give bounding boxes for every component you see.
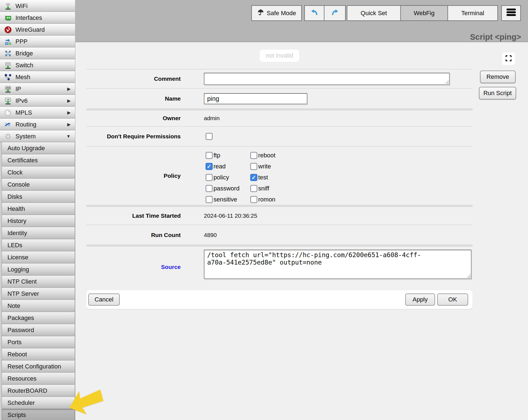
sidebar-item-packages[interactable]: Packages bbox=[2, 312, 75, 324]
redo-icon bbox=[331, 8, 339, 18]
system-gear-icon bbox=[3, 132, 13, 141]
sidebar-item-identity[interactable]: Identity bbox=[2, 227, 75, 239]
ip-icon: 255 bbox=[3, 85, 13, 93]
sidebar-item-certificates[interactable]: Certificates bbox=[2, 154, 75, 166]
quick-set-tab[interactable]: Quick Set bbox=[347, 5, 401, 21]
comment-row: Comment bbox=[86, 69, 473, 88]
policy-write-checkbox[interactable] bbox=[250, 163, 257, 170]
sidebar-item-console[interactable]: Console bbox=[2, 179, 75, 191]
sidebar-item-leds[interactable]: LEDs bbox=[2, 239, 75, 251]
wireguard-icon bbox=[3, 26, 13, 34]
safe-mode-button[interactable]: Safe Mode bbox=[251, 5, 302, 21]
chevron-down-icon bbox=[66, 131, 71, 142]
sidebar-item-scheduler[interactable]: Scheduler bbox=[2, 397, 75, 409]
policy-policy-checkbox[interactable] bbox=[206, 174, 213, 181]
cancel-button[interactable]: Cancel bbox=[88, 294, 120, 306]
sidebar-item-ipv6[interactable]: v6 IPv6 bbox=[0, 95, 75, 107]
policy-label: Policy bbox=[86, 147, 181, 205]
umbrella-icon bbox=[257, 9, 264, 18]
page-title: Script <ping> bbox=[470, 33, 521, 42]
dont-require-permissions-row: Don't Require Permissions bbox=[86, 127, 473, 146]
name-label: Name bbox=[86, 89, 181, 109]
run-count-value: 4890 bbox=[204, 232, 217, 238]
sidebar-item-auto-upgrade[interactable]: Auto Upgrade bbox=[2, 142, 75, 154]
name-row: Name ping bbox=[86, 89, 473, 109]
sidebar-item-clock[interactable]: Clock bbox=[2, 166, 75, 179]
remove-button[interactable]: Remove bbox=[480, 71, 516, 83]
sidebar-item-bridge[interactable]: Bridge bbox=[0, 47, 75, 59]
undo-button[interactable] bbox=[304, 5, 324, 21]
ipv6-icon: v6 bbox=[3, 97, 13, 105]
last-time-started-label: Last Time Started bbox=[86, 207, 181, 225]
sidebar-item-license[interactable]: License bbox=[2, 251, 75, 263]
run-script-button[interactable]: Run Script bbox=[479, 87, 516, 99]
mpls-icon bbox=[3, 109, 13, 117]
wifi-icon bbox=[3, 2, 13, 10]
routing-icon bbox=[3, 120, 13, 129]
dont-require-permissions-checkbox[interactable] bbox=[206, 133, 213, 140]
mesh-icon bbox=[3, 73, 13, 81]
sidebar-item-ppp[interactable]: PPP bbox=[0, 36, 75, 47]
sidebar-item-wireguard[interactable]: WireGuard bbox=[0, 24, 75, 36]
fullscreen-icon bbox=[505, 55, 512, 63]
fullscreen-button[interactable] bbox=[502, 52, 515, 65]
sidebar-item-routing[interactable]: Routing bbox=[0, 119, 75, 130]
chevron-right-icon bbox=[67, 83, 71, 95]
sidebar-item-interfaces[interactable]: Interfaces bbox=[0, 12, 75, 24]
sidebar: WiFi Interfaces WireGuard PPP bbox=[0, 0, 75, 420]
ok-button[interactable]: OK bbox=[437, 294, 468, 306]
sidebar-item-health[interactable]: Health bbox=[2, 203, 75, 215]
policy-romon-checkbox[interactable] bbox=[250, 196, 257, 203]
last-time-started-row: Last Time Started 2024-06-11 20:36:25 bbox=[86, 207, 473, 225]
owner-row: Owner admin bbox=[86, 110, 473, 126]
sidebar-item-system[interactable]: System bbox=[0, 130, 75, 142]
sidebar-item-reboot[interactable]: Reboot bbox=[2, 348, 75, 360]
policy-row: Policy ftp read policy password sensitiv… bbox=[86, 147, 473, 205]
policy-test-checkbox[interactable] bbox=[250, 174, 257, 181]
sidebar-item-routerboard[interactable]: RouterBOARD bbox=[2, 385, 75, 397]
sidebar-item-disks[interactable]: Disks bbox=[2, 191, 75, 203]
sidebar-item-note[interactable]: Note bbox=[2, 300, 75, 312]
svg-text:255: 255 bbox=[6, 86, 10, 89]
sidebar-item-ntp-server[interactable]: NTP Server bbox=[2, 288, 75, 300]
comment-input[interactable] bbox=[204, 73, 450, 85]
redo-button[interactable] bbox=[324, 5, 346, 21]
chevron-right-icon bbox=[67, 119, 71, 130]
sidebar-item-password[interactable]: Password bbox=[2, 324, 75, 336]
hamburger-menu-button[interactable] bbox=[501, 5, 521, 21]
name-input[interactable]: ping bbox=[204, 93, 307, 104]
policy-sniff-checkbox[interactable] bbox=[250, 185, 257, 192]
sidebar-item-wifi[interactable]: WiFi bbox=[0, 0, 75, 12]
sidebar-item-logging[interactable]: Logging bbox=[2, 263, 75, 276]
apply-button[interactable]: Apply bbox=[405, 294, 435, 306]
sidebar-item-resources[interactable]: Resources bbox=[2, 373, 75, 385]
form-actions-bar: Cancel Apply OK bbox=[86, 290, 473, 309]
policy-ftp-checkbox[interactable] bbox=[206, 152, 213, 159]
sidebar-item-scripts[interactable]: Scripts bbox=[2, 409, 75, 420]
script-form: not invalid Comment Name ping Owner admi… bbox=[86, 42, 473, 309]
last-time-started-value: 2024-06-11 20:36:25 bbox=[204, 212, 257, 219]
terminal-tab[interactable]: Terminal bbox=[447, 5, 498, 21]
policy-reboot-checkbox[interactable] bbox=[250, 152, 257, 159]
status-row: not invalid bbox=[86, 42, 473, 69]
source-label: Source bbox=[86, 246, 181, 288]
sidebar-item-switch[interactable]: Switch bbox=[0, 59, 75, 71]
sidebar-item-reset-configuration[interactable]: Reset Configuration bbox=[2, 360, 75, 373]
sidebar-item-ports[interactable]: Ports bbox=[2, 336, 75, 348]
source-textarea[interactable]: /tool fetch url="https://hc-ping.com/620… bbox=[204, 250, 471, 279]
bridge-icon bbox=[3, 49, 13, 58]
dont-require-permissions-label: Don't Require Permissions bbox=[86, 127, 181, 146]
webfig-tab[interactable]: WebFig bbox=[400, 5, 448, 21]
run-count-label: Run Count bbox=[86, 225, 181, 245]
policy-sensitive-checkbox[interactable] bbox=[206, 196, 213, 203]
policy-password-checkbox[interactable] bbox=[206, 185, 213, 192]
chevron-right-icon bbox=[67, 107, 71, 118]
sidebar-item-ntp-client[interactable]: NTP Client bbox=[2, 276, 75, 288]
sidebar-item-history[interactable]: History bbox=[2, 215, 75, 227]
sidebar-item-mesh[interactable]: Mesh bbox=[0, 71, 75, 83]
interfaces-icon bbox=[3, 14, 13, 22]
policy-read-checkbox[interactable] bbox=[206, 163, 213, 170]
sidebar-item-mpls[interactable]: MPLS bbox=[0, 107, 75, 119]
sidebar-item-ip[interactable]: 255 IP bbox=[0, 83, 75, 95]
source-row: Source /tool fetch url="https://hc-ping.… bbox=[86, 246, 473, 288]
